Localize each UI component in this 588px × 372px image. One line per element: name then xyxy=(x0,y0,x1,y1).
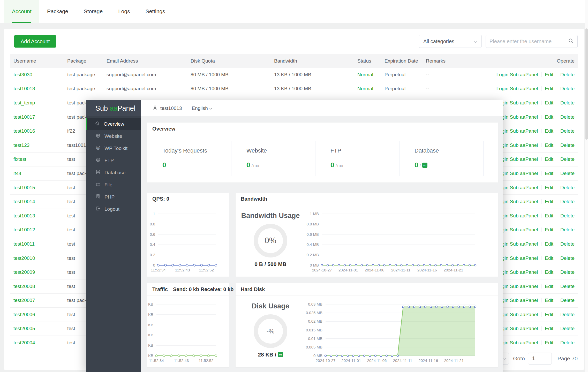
cell-username[interactable]: test10015 xyxy=(10,185,64,191)
language-select[interactable]: English xyxy=(192,105,212,111)
column-header-bandwidth: Bandwidth xyxy=(271,58,354,64)
delete-link[interactable]: Delete xyxy=(560,312,575,317)
add-account-button[interactable]: Add Account xyxy=(14,35,56,48)
cell-username[interactable]: test10016 xyxy=(10,128,64,134)
cell-username[interactable]: test20004 xyxy=(10,340,64,346)
cell-username[interactable]: test10011 xyxy=(10,241,64,247)
home-icon xyxy=(95,121,100,127)
edit-link[interactable]: Edit xyxy=(545,284,553,289)
sidebar-item-logout[interactable]: Logout xyxy=(86,203,141,215)
cell-exp: Perpetual xyxy=(381,72,423,78)
delete-link[interactable]: Delete xyxy=(560,128,575,134)
cell-username[interactable]: test20009 xyxy=(10,269,64,275)
cell-username[interactable]: test20008 xyxy=(10,284,64,289)
edit-link[interactable]: Edit xyxy=(545,340,553,345)
traffic-send-receive: Send: 0 kb Receive: 0 kb xyxy=(173,283,234,295)
cell-username[interactable]: test20005 xyxy=(10,326,64,331)
edit-link[interactable]: Edit xyxy=(545,269,553,275)
goto-page-input[interactable] xyxy=(528,353,552,365)
tab-storage[interactable]: Storage xyxy=(76,0,111,23)
delete-link[interactable]: Delete xyxy=(560,199,575,204)
edit-link[interactable]: Edit xyxy=(545,100,553,105)
tab-settings[interactable]: Settings xyxy=(138,0,173,23)
cell-username[interactable]: test123 xyxy=(10,142,64,148)
page-scrollbar[interactable] xyxy=(585,0,588,372)
cell-username[interactable]: test10018 xyxy=(10,86,64,92)
delete-link[interactable]: Delete xyxy=(560,72,575,77)
sidebar-item-file[interactable]: File xyxy=(86,179,141,191)
edit-link[interactable]: Edit xyxy=(545,312,553,317)
sidebar-item-overview[interactable]: Overview xyxy=(86,118,141,130)
tab-package[interactable]: Package xyxy=(39,0,76,23)
edit-link[interactable]: Edit xyxy=(545,156,553,162)
edit-link[interactable]: Edit xyxy=(545,213,553,218)
svg-text:0.03 MB: 0.03 MB xyxy=(308,302,322,306)
tab-logs[interactable]: Logs xyxy=(110,0,138,23)
svg-text:KB: KB xyxy=(148,353,153,358)
cell-username[interactable]: test10012 xyxy=(10,227,64,233)
edit-link[interactable]: Edit xyxy=(545,86,553,91)
edit-link[interactable]: Edit xyxy=(545,171,553,176)
delete-link[interactable]: Delete xyxy=(560,340,575,345)
cell-username[interactable]: test20007 xyxy=(10,298,64,303)
search-icon[interactable] xyxy=(568,38,574,45)
cell-username[interactable]: test10017 xyxy=(10,114,64,120)
edit-link[interactable]: Edit xyxy=(545,185,553,190)
cell-username[interactable]: if44 xyxy=(10,171,64,176)
cell-quota: 80 MB / 1000 MB xyxy=(187,86,271,92)
divider xyxy=(557,312,557,317)
delete-link[interactable]: Delete xyxy=(560,284,575,289)
sidebar-item-website[interactable]: Website xyxy=(86,130,141,142)
delete-link[interactable]: Delete xyxy=(560,298,575,303)
edit-link[interactable]: Edit xyxy=(545,227,553,232)
delete-link[interactable]: Delete xyxy=(560,114,575,120)
sidebar-item-wp-toolkit[interactable]: WWP Toolkit xyxy=(86,142,141,154)
user-menu[interactable]: test10013 xyxy=(152,105,182,112)
cell-remarks: -- xyxy=(423,72,462,78)
edit-link[interactable]: Edit xyxy=(545,114,553,120)
delete-link[interactable]: Delete xyxy=(560,269,575,275)
username-search-input[interactable] xyxy=(489,39,568,44)
delete-link[interactable]: Delete xyxy=(560,185,575,190)
cell-username[interactable]: test20006 xyxy=(10,312,64,317)
divider xyxy=(541,227,541,232)
cell-remarks: -- xyxy=(423,86,462,92)
tab-account[interactable]: Account xyxy=(4,0,39,23)
edit-link[interactable]: Edit xyxy=(545,241,553,247)
edit-link[interactable]: Edit xyxy=(545,255,553,261)
cell-username[interactable]: test20010 xyxy=(10,255,64,261)
edit-link[interactable]: Edit xyxy=(545,326,553,331)
cell-username[interactable]: test10014 xyxy=(10,199,64,204)
delete-link[interactable]: Delete xyxy=(560,100,575,105)
svg-text:W: W xyxy=(97,147,99,149)
page-total-label: Page 70 xyxy=(557,355,578,362)
delete-link[interactable]: Delete xyxy=(560,255,575,261)
category-filter-select[interactable]: All categories xyxy=(419,35,482,48)
delete-link[interactable]: Delete xyxy=(560,241,575,247)
delete-link[interactable]: Delete xyxy=(560,213,575,218)
edit-link[interactable]: Edit xyxy=(545,199,553,204)
edit-link[interactable]: Edit xyxy=(545,142,553,148)
delete-link[interactable]: Delete xyxy=(560,326,575,331)
sidebar-item-ftp[interactable]: FTP xyxy=(86,154,141,166)
cell-username[interactable]: fixtest xyxy=(10,156,64,162)
edit-link[interactable]: Edit xyxy=(545,128,553,134)
delete-link[interactable]: Delete xyxy=(560,142,575,148)
delete-link[interactable]: Delete xyxy=(560,86,575,91)
sidebar-item-php[interactable]: PHP xyxy=(86,191,141,203)
edit-link[interactable]: Edit xyxy=(545,298,553,303)
edit-link[interactable]: Edit xyxy=(545,72,553,77)
delete-link[interactable]: Delete xyxy=(560,227,575,232)
card-number: 0 xyxy=(246,161,250,169)
svg-text:2024-11-11: 2024-11-11 xyxy=(391,268,411,272)
delete-link[interactable]: Delete xyxy=(560,171,575,176)
sidebar-item-label: PHP xyxy=(104,194,115,200)
cell-username[interactable]: test10013 xyxy=(10,213,64,219)
scrollbar-thumb[interactable] xyxy=(585,28,588,140)
login-sub-aapanel-link[interactable]: Login Sub aaPanel xyxy=(496,72,538,77)
cell-username[interactable]: test_temp xyxy=(10,100,64,106)
delete-link[interactable]: Delete xyxy=(560,156,575,162)
cell-username[interactable]: test3030 xyxy=(10,72,64,78)
sidebar-item-database[interactable]: Database xyxy=(86,166,141,179)
login-sub-aapanel-link[interactable]: Login Sub aaPanel xyxy=(496,86,538,91)
